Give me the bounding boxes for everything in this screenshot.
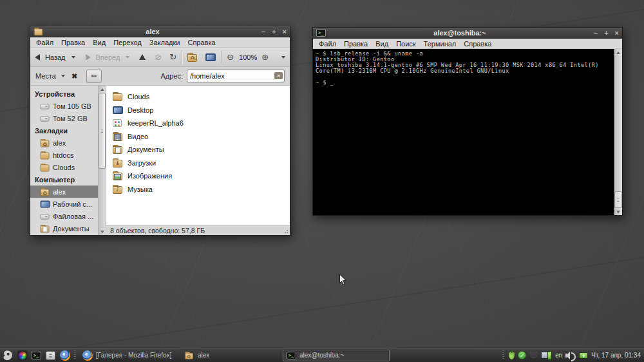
terminal-line	[316, 74, 611, 80]
menu-help[interactable]: Справка	[460, 40, 495, 48]
dark-applet-tray-icon[interactable]	[529, 352, 538, 359]
back-button[interactable]: Назад	[45, 53, 66, 61]
resize-grip[interactable]	[282, 227, 289, 234]
file-row[interactable]: Clouds	[113, 90, 286, 104]
scroll-up-icon[interactable]	[99, 86, 106, 93]
desktop[interactable]: alex – + × Файл Правка Вид Переход Закла…	[0, 0, 644, 362]
updates-check-tray-icon[interactable]	[518, 351, 526, 359]
terminal-window: alex@toshiba:~ – + × Файл Правка Вид Пои…	[312, 27, 623, 216]
home-icon[interactable]	[187, 52, 198, 62]
mouse-cursor	[339, 274, 347, 286]
onion-tray-icon[interactable]	[509, 352, 515, 359]
battery-icon[interactable]	[579, 352, 588, 359]
firefox-launcher[interactable]	[59, 349, 71, 361]
terminal-screen[interactable]: ~ $ lsb_release -i && uname -a Distribut…	[313, 49, 614, 215]
zoom-in-icon[interactable]: ⊕	[261, 53, 269, 61]
terminal-titlebar[interactable]: alex@toshiba:~ – + ×	[313, 28, 622, 39]
volume-icon[interactable]	[565, 352, 576, 359]
menu-terminal[interactable]: Терминал	[420, 40, 460, 48]
sidebar-item-filesystem[interactable]: Файловая ...	[30, 210, 98, 222]
fm-window-title: alex	[44, 28, 261, 35]
file-name: Музыка	[128, 186, 153, 193]
close-button[interactable]: ×	[283, 27, 287, 37]
reload-icon[interactable]: ↻	[169, 53, 176, 61]
menu-view[interactable]: Вид	[89, 39, 109, 46]
menu-file[interactable]: Файл	[32, 39, 57, 46]
file-row[interactable]: Документы	[113, 143, 286, 157]
file-row[interactable]: Загрузки	[113, 157, 286, 170]
scrollbar-thumb[interactable]	[99, 93, 106, 169]
stop-icon: ⊘	[155, 53, 162, 61]
menu-search[interactable]: Поиск	[392, 40, 419, 48]
sidebar-item-clouds[interactable]: Clouds	[30, 161, 98, 173]
sidebar-item-alex[interactable]: alex	[30, 137, 98, 149]
menu-bookmarks[interactable]: Закладки	[146, 39, 184, 46]
terminal-scrollbar[interactable]	[614, 49, 622, 215]
maximize-button[interactable]: +	[272, 27, 276, 37]
address-input[interactable]	[187, 70, 285, 82]
scroll-down-icon[interactable]	[99, 228, 106, 235]
sidebar-item-label: htdocs	[53, 151, 73, 159]
scroll-down-icon[interactable]	[614, 208, 622, 215]
zoom-out-icon[interactable]: ⊖	[227, 53, 234, 61]
scroll-up-icon[interactable]	[614, 49, 622, 56]
sidebar-item-alex-home[interactable]: alex	[30, 186, 98, 198]
sidebar-group-bookmarks: Закладки	[30, 124, 98, 137]
menu-edit[interactable]: Правка	[57, 39, 89, 46]
gentoo-logo-icon	[3, 350, 14, 361]
sidebar-item-htdocs[interactable]: htdocs	[30, 149, 98, 161]
side-pane-close-icon[interactable]: ✖	[71, 72, 77, 81]
minimize-button[interactable]: –	[261, 27, 265, 37]
close-button[interactable]: ×	[615, 28, 619, 38]
sidebar-item-volume-52[interactable]: Том 52 GB	[30, 112, 98, 124]
scrollbar-thumb[interactable]	[614, 191, 622, 208]
sidebar-scrollbar[interactable]	[98, 86, 106, 235]
keyboard-layout-indicator[interactable]: en	[555, 352, 562, 359]
home-folder-icon	[185, 351, 194, 360]
menu-file[interactable]: Файл	[315, 40, 340, 48]
file-row[interactable]: keeperRL_alpha6	[113, 117, 286, 130]
back-icon[interactable]	[35, 54, 40, 61]
taskbar-window-firefox[interactable]: [Галерея - Mozilla Firefox]	[79, 350, 179, 361]
taskbar-window-terminal[interactable]: alex@toshiba:~	[283, 350, 390, 361]
sidebar-item-downloads[interactable]: Загрузки	[30, 234, 98, 235]
zoom-level: 100%	[239, 53, 257, 61]
back-history-chevron-icon[interactable]	[71, 56, 75, 59]
menu-go[interactable]: Переход	[109, 39, 146, 46]
file-row[interactable]: Видео	[113, 130, 286, 144]
file-row[interactable]: Музыка	[113, 183, 286, 196]
menu-edit[interactable]: Правка	[340, 40, 372, 48]
minimize-button[interactable]: –	[594, 28, 598, 38]
terminal-launcher[interactable]	[30, 349, 43, 361]
fm-file-list[interactable]: Clouds Desktop keeperRL_alpha6 Видео	[106, 86, 290, 225]
fm-window-controls: – + ×	[261, 27, 287, 37]
clear-address-icon[interactable]: ×	[274, 72, 283, 79]
clock[interactable]: Чт, 17 апр, 01:34	[591, 352, 642, 359]
sidebar-item-label: Том 105 GB	[53, 102, 91, 110]
terminal-window-title: alex@toshiba:~	[326, 29, 594, 37]
forward-icon	[86, 54, 91, 61]
taskbar-window-alex[interactable]: alex	[181, 350, 281, 361]
desktop-icon[interactable]	[205, 52, 216, 62]
sidebar-item-documents[interactable]: Документы	[30, 222, 98, 234]
sidebar-item-label: Файловая ...	[53, 213, 93, 220]
file-manager-window: alex – + × Файл Правка Вид Переход Закла…	[30, 26, 290, 236]
file-row[interactable]: Изображения	[113, 169, 286, 183]
color-wheel-launcher[interactable]	[16, 349, 28, 361]
file-row[interactable]: Desktop	[113, 104, 286, 117]
terminal-icon	[316, 29, 326, 37]
menu-view[interactable]: Вид	[372, 40, 392, 48]
file-manager-launcher[interactable]	[44, 349, 57, 361]
up-icon[interactable]	[139, 54, 146, 60]
maximize-button[interactable]: +	[604, 28, 608, 38]
gentoo-menu-button[interactable]	[2, 349, 14, 361]
sidebar-item-desktop[interactable]: Рабочий с...	[30, 198, 98, 210]
display-battery-tray-icon[interactable]	[541, 351, 552, 359]
fm-titlebar[interactable]: alex – + ×	[30, 26, 290, 37]
side-pane-chevron-icon[interactable]	[61, 75, 65, 77]
sidebar-item-volume-105[interactable]: Том 105 GB	[30, 100, 98, 112]
menu-help[interactable]: Справка	[184, 39, 219, 46]
toolbar-overflow-chevron-icon[interactable]	[281, 56, 285, 59]
edit-path-button[interactable]: ✎	[86, 70, 102, 83]
side-pane-selector[interactable]: Места	[35, 72, 56, 80]
